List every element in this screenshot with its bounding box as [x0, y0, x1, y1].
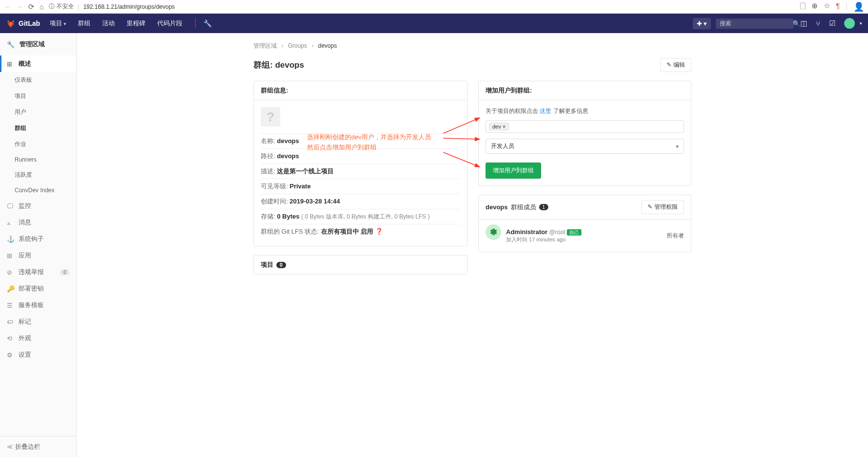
admin-wrench-icon[interactable]: 🔧 [203, 19, 212, 27]
chevron-down-icon: ▾ [860, 21, 862, 26]
reload-icon[interactable]: ⟳ [28, 2, 35, 11]
member-row: ✽ Administrator @root 自己 加入时间 17 minutes… [479, 219, 691, 252]
sidebar-item-11[interactable]: ⚓系统钩子 [0, 231, 76, 247]
pencil-icon: ✎ [648, 203, 652, 210]
sidebar-item-label: 外观 [18, 334, 31, 343]
nav-item-snippets[interactable]: 代码片段 [152, 17, 187, 30]
edit-button[interactable]: ✎编辑 [660, 58, 691, 72]
sidebar-item-label: 监控 [18, 201, 31, 210]
help-icon[interactable]: ❓ [375, 228, 383, 235]
sidebar-item-0[interactable]: ⊞概述 [0, 55, 76, 72]
nav-item-milestones[interactable]: 里程碑 [122, 17, 150, 30]
permissions-hint: 关于项目的权限点击 这里 了解更多信息 [486, 107, 684, 115]
sidebar-icon: ⊘ [7, 269, 14, 276]
sidebar-item-6[interactable]: Runners [0, 152, 76, 167]
global-search[interactable]: 🔍 [716, 18, 794, 29]
home-icon[interactable]: ⌂ [39, 2, 44, 11]
user-select-input[interactable]: dev × [486, 120, 684, 133]
zoom-icon[interactable]: ⊕ [812, 1, 818, 12]
collapse-sidebar[interactable]: ≪ 折叠边栏 [0, 436, 76, 457]
sidebar-icon: 🖵 [7, 202, 14, 210]
manage-permissions-button[interactable]: ✎管理权限 [641, 200, 684, 214]
role-select[interactable]: 开发人员 ▾ [486, 139, 684, 154]
translate-icon[interactable]: 🀆 [800, 1, 806, 12]
sidebar-item-label: 消息 [18, 218, 31, 227]
sidebar-item-2[interactable]: 项目 [0, 88, 76, 104]
new-dropdown[interactable]: ✚▾ [693, 18, 711, 29]
sidebar-item-10[interactable]: ⟁消息 [0, 214, 76, 231]
sidebar-item-label: 部署密钥 [18, 284, 44, 293]
sidebar-icon: ⚓ [7, 236, 14, 243]
nav-item-groups[interactable]: 群组 [73, 17, 95, 30]
sidebar-icon: ⟁ [7, 219, 14, 226]
sidebar-item-14[interactable]: 🔑部署密钥 [0, 280, 76, 297]
topnav: GitLab 项目▾ 群组 活动 里程碑 代码片段 🔧 ✚▾ 🔍 ◫ ⑂ ☑ ▾ [0, 14, 868, 33]
sidebar-icon: ⚙ [7, 351, 14, 359]
group-info-panel: 群组信息: ? 名称: devops 路径: devops 描述: 这是第一个线… [253, 81, 468, 246]
sidebar-icon: 🔑 [7, 285, 14, 292]
sidebar-item-5[interactable]: 作业 [0, 136, 76, 152]
chevron-down-icon: ▾ [676, 143, 679, 150]
brand[interactable]: GitLab [6, 18, 40, 28]
sidebar-icon: ⟲ [7, 335, 14, 342]
search-input[interactable] [720, 20, 793, 27]
pencil-icon: ✎ [667, 61, 671, 68]
sidebar: 🔧 管理区域 ⊞概述仪表板项目用户群组作业Runners活跃度ConvDev I… [0, 33, 77, 457]
projects-header: 项目 [261, 260, 273, 269]
group-identicon: ? [261, 107, 280, 127]
permissions-link[interactable]: 这里 [540, 108, 551, 114]
projects-panel: 项目 0 [253, 255, 468, 274]
sidebar-header: 🔧 管理区域 [0, 33, 76, 55]
member-avatar: ✽ [486, 224, 501, 240]
sidebar-badge: 0 [60, 269, 70, 275]
nav-item-projects[interactable]: 项目▾ [45, 17, 71, 30]
address-bar[interactable]: ⓘ 不安全 | 192.168.1.21/admin/groups/devops [49, 2, 795, 11]
sidebar-item-label: 作业 [15, 140, 26, 148]
profile-icon[interactable]: 👤 [853, 1, 864, 12]
sidebar-item-7[interactable]: 活跃度 [0, 167, 76, 183]
sidebar-item-label: 仪表板 [15, 76, 32, 84]
forward-icon[interactable]: → [16, 2, 23, 11]
plus-icon: ✚ [697, 20, 702, 27]
sidebar-item-label: 用户 [15, 108, 26, 116]
sidebar-item-13[interactable]: ⊘违规举报0 [0, 264, 76, 280]
add-user-panel: 增加用户到群组: 关于项目的权限点击 这里 了解更多信息 dev × [478, 81, 691, 186]
browser-actions: 🀆 ⊕ ☆ ¶ | 👤 [800, 1, 864, 12]
issues-icon[interactable]: ◫ [798, 19, 809, 28]
sidebar-item-label: 系统钩子 [18, 235, 44, 243]
group-info-header: 群组信息: [254, 81, 467, 100]
sidebar-item-17[interactable]: ⟲外观 [0, 330, 76, 347]
member-name[interactable]: Administrator [506, 228, 547, 236]
sidebar-item-18[interactable]: ⚙设置 [0, 347, 76, 363]
sidebar-item-12[interactable]: ⊞应用 [0, 247, 76, 264]
add-user-header: 增加用户到群组: [479, 81, 691, 100]
projects-count-badge: 0 [276, 262, 286, 268]
sidebar-item-label: ConvDev Index [15, 187, 54, 194]
user-chip[interactable]: dev × [489, 123, 509, 130]
back-icon[interactable]: ← [4, 2, 11, 11]
sidebar-item-label: 活跃度 [15, 171, 32, 179]
sidebar-item-4[interactable]: 群组 [0, 120, 76, 136]
sidebar-item-label: 设置 [18, 350, 31, 359]
star-icon[interactable]: ☆ [824, 1, 830, 12]
page-title: 群组: devops [253, 59, 304, 71]
merge-requests-icon[interactable]: ⑂ [814, 19, 822, 28]
sidebar-item-1[interactable]: 仪表板 [0, 72, 76, 88]
pilcrow-icon[interactable]: ¶ [836, 1, 840, 12]
sidebar-item-15[interactable]: ☰服务模板 [0, 297, 76, 313]
chevron-left-icon: ≪ [7, 443, 13, 450]
breadcrumb-admin[interactable]: 管理区域 [253, 42, 277, 49]
todos-icon[interactable]: ☑ [827, 19, 837, 28]
sidebar-item-label: 群组 [15, 124, 26, 132]
sidebar-item-8[interactable]: ConvDev Index [0, 183, 76, 198]
nav-item-activity[interactable]: 活动 [97, 17, 120, 30]
user-avatar[interactable] [844, 18, 855, 29]
content-area: 管理区域 › Groups › devops 群组: devops ✎编辑 群组… [77, 33, 868, 457]
sidebar-item-16[interactable]: 🏷标记 [0, 313, 76, 330]
sidebar-item-9[interactable]: 🖵监控 [0, 198, 76, 214]
add-user-submit-button[interactable]: 增加用户到群组 [486, 163, 541, 179]
breadcrumb-groups[interactable]: Groups [288, 42, 307, 49]
members-group-name: devops [486, 203, 508, 211]
sidebar-item-label: Runners [15, 156, 36, 163]
sidebar-item-3[interactable]: 用户 [0, 104, 76, 120]
